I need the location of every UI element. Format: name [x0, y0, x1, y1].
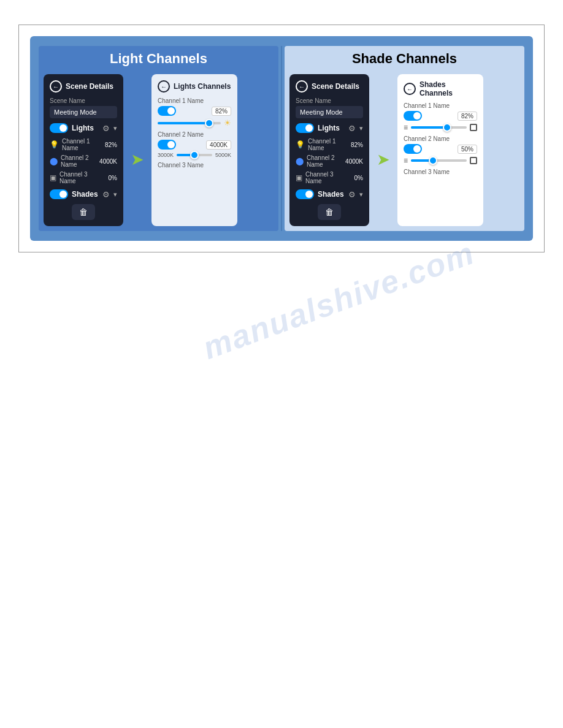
shades-channels-header: ← Shades Channels: [404, 80, 477, 97]
shade-scene-header: ← Scene Details: [296, 80, 363, 93]
shade-delete-row: 🗑: [296, 204, 363, 220]
lights-channels-panel: ← Lights Channels Channel 1 Name 82%: [151, 74, 237, 226]
light-lights-toggle[interactable]: [50, 123, 68, 133]
outer-border: Light Channels ← Scene Details Scene Nam…: [18, 25, 545, 252]
lights-ch2-row: 4000K: [158, 140, 231, 150]
lights-ch2-toggle[interactable]: [158, 140, 176, 150]
shade-channels-section: Shade Channels ← Scene Details Scene Nam…: [285, 46, 524, 231]
shades-ch2-square-icon: [470, 157, 477, 164]
shade-lights-chevron[interactable]: ▾: [359, 124, 363, 132]
light-scene-header: ← Scene Details: [50, 80, 117, 93]
shade-scene-back-btn[interactable]: ←: [296, 80, 308, 93]
lights-ch1-slider-row: ☀: [158, 118, 231, 127]
shade-ch3-name: Channel 3 Name: [305, 171, 351, 184]
light-lights-label: Lights: [72, 124, 99, 132]
light-shades-toggle[interactable]: [50, 189, 68, 199]
shade-delete-btn[interactable]: 🗑: [318, 204, 341, 220]
shades-ch2-lines-icon: ≡: [404, 156, 408, 165]
lights-ch1-slider-track[interactable]: [158, 122, 221, 124]
shade-scene-name-label: Scene Name: [296, 97, 363, 104]
light-ch3-value: 0%: [109, 175, 117, 181]
shades-ch2-label: Channel 2 Name: [404, 135, 477, 142]
light-delete-btn[interactable]: 🗑: [72, 204, 95, 220]
lights-channels-title: Lights Channels: [174, 82, 231, 91]
light-ch2-item: ⬤ Channel 2 Name 4000K: [50, 154, 117, 168]
light-scene-panel: ← Scene Details Scene Name Lights ⚙ ▾: [44, 74, 123, 226]
lights-ch1-label: Channel 1 Name: [158, 97, 231, 104]
light-scene-name-label: Scene Name: [50, 97, 117, 104]
watermark: manualshive.com: [198, 234, 480, 366]
light-shades-gear[interactable]: ⚙: [102, 190, 110, 199]
shade-shades-toggle[interactable]: [296, 189, 314, 199]
shades-channels-back-btn[interactable]: ←: [404, 83, 416, 95]
lights-ch1-toggle[interactable]: [158, 106, 176, 116]
shades-ch2-toggle[interactable]: [404, 144, 422, 154]
shade-lights-label: Lights: [318, 124, 345, 132]
shades-ch2-slider-track[interactable]: [411, 159, 467, 162]
shades-ch2-value: 50%: [458, 145, 477, 154]
light-lights-toggle-row: Lights ⚙ ▾: [50, 123, 117, 133]
shade-arrow: ➤: [374, 93, 393, 226]
main-container: Light Channels ← Scene Details Scene Nam…: [30, 36, 533, 241]
light-ch1-item: 💡 Channel 1 Name 82%: [50, 138, 117, 151]
shade-ch2-name: Channel 2 Name: [307, 154, 342, 168]
lights-ch2-max: 5000K: [215, 152, 231, 158]
shade-ch2-value: 4000K: [345, 158, 363, 165]
shades-ch3-label: Channel 3 Name: [404, 169, 477, 175]
lights-ch2-min: 3000K: [158, 152, 174, 158]
light-channels-title: Light Channels: [110, 51, 207, 67]
lights-ch1-value: 82%: [212, 107, 231, 116]
lights-ch1-row: 82%: [158, 106, 231, 116]
shade-ch1-item: 💡 Channel 1 Name 82%: [296, 138, 363, 151]
shades-ch1-slider-track[interactable]: [411, 126, 467, 129]
shade-lights-toggle[interactable]: [296, 123, 314, 133]
light-ch3-name: Channel 3 Name: [59, 171, 105, 184]
light-panels-row: ← Scene Details Scene Name Lights ⚙ ▾: [44, 74, 274, 226]
light-ch2-value: 4000K: [99, 158, 117, 165]
shades-ch1-lines-icon: ≡: [404, 123, 408, 132]
light-ch2-circle-icon: ⬤: [50, 157, 58, 165]
section-divider: [281, 46, 282, 231]
shades-ch2-slider-row: ≡: [404, 156, 477, 165]
light-delete-row: 🗑: [50, 204, 117, 220]
shades-channels-title: Shades Channels: [419, 80, 477, 97]
lights-ch2-slider-row: 3000K 5000K: [158, 152, 231, 158]
shades-ch1-value: 82%: [458, 112, 477, 121]
lights-ch2-slider-track[interactable]: [177, 154, 212, 156]
light-arrow: ➤: [128, 93, 147, 226]
light-shades-label: Shades: [72, 190, 99, 199]
light-scene-name-input[interactable]: [50, 106, 117, 118]
light-shades-chevron[interactable]: ▾: [113, 191, 117, 199]
shade-lights-gear[interactable]: ⚙: [348, 124, 356, 133]
light-ch2-name: Channel 2 Name: [61, 154, 96, 168]
shade-ch1-value: 82%: [351, 142, 363, 148]
lights-ch1-sun-icon: ☀: [224, 118, 231, 127]
light-scene-back-btn[interactable]: ←: [50, 80, 62, 93]
light-lights-chevron[interactable]: ▾: [113, 124, 117, 132]
lights-channels-back-btn[interactable]: ←: [158, 80, 170, 93]
shades-ch1-row: 82%: [404, 111, 477, 121]
lights-ch2-label: Channel 2 Name: [158, 131, 231, 138]
shade-shades-toggle-row: Shades ⚙ ▾: [296, 189, 363, 199]
shade-scene-panel: ← Scene Details Scene Name Lights ⚙ ▾: [289, 74, 369, 226]
shade-scene-name-input[interactable]: [296, 106, 363, 118]
light-ch1-name: Channel 1 Name: [62, 138, 102, 151]
shade-shades-chevron[interactable]: ▾: [359, 191, 363, 199]
shade-ch3-shade-icon: ▣: [296, 173, 302, 182]
shades-ch2-row: 50%: [404, 144, 477, 154]
shade-ch1-name: Channel 1 Name: [308, 138, 348, 151]
shade-shades-label: Shades: [318, 190, 345, 199]
light-ch3-shade-icon: ▣: [50, 173, 56, 182]
shade-lights-toggle-row: Lights ⚙ ▾: [296, 123, 363, 133]
shades-ch1-slider-row: ≡: [404, 123, 477, 132]
shades-ch1-square-icon: [470, 124, 477, 131]
shade-scene-title: Scene Details: [312, 82, 359, 91]
lights-ch2-value: 4000K: [206, 140, 231, 150]
shade-ch2-item: ⬤ Channel 2 Name 4000K: [296, 154, 363, 168]
shade-channels-title: Shade Channels: [352, 51, 457, 67]
shade-ch3-value: 0%: [354, 175, 363, 181]
shade-shades-gear[interactable]: ⚙: [348, 190, 356, 199]
shades-ch1-toggle[interactable]: [404, 111, 422, 121]
light-ch3-item: ▣ Channel 3 Name 0%: [50, 171, 117, 184]
light-lights-gear[interactable]: ⚙: [102, 124, 110, 133]
